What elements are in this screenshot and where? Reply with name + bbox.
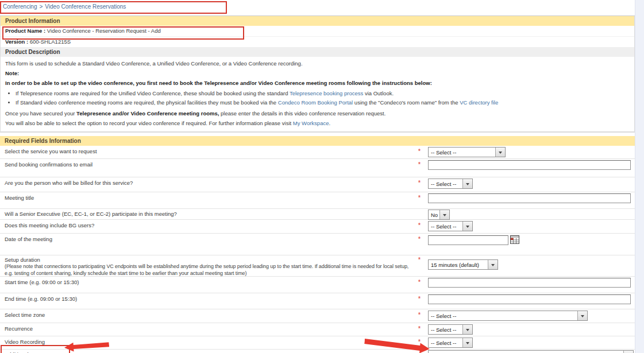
required-asterisk: * bbox=[418, 279, 421, 285]
chevron-down-icon bbox=[488, 260, 498, 269]
list-item-telepresence: If Telepresence rooms are required for t… bbox=[16, 89, 630, 98]
service-select[interactable]: -- Select -- bbox=[428, 147, 506, 157]
chevron-down-icon bbox=[462, 325, 472, 334]
senior-executive-select[interactable]: No bbox=[428, 210, 450, 220]
form-row-recurrence: Recurrence * -- Select -- bbox=[0, 323, 635, 336]
field-label: Select time zone bbox=[5, 312, 416, 318]
product-information-header: Product Information bbox=[1, 16, 634, 26]
required-asterisk: * bbox=[418, 325, 421, 332]
form-row-setup-duration: Setup duration (Please note that connect… bbox=[0, 255, 635, 277]
page-margin bbox=[635, 0, 644, 353]
required-asterisk: * bbox=[418, 161, 421, 168]
form-row-billed: Are you the person who will be billed fo… bbox=[0, 177, 635, 192]
form-row-start-time: Start time (e.g. 09:00 or 15:30) * bbox=[0, 277, 635, 293]
chevron-down-icon bbox=[462, 222, 472, 231]
field-label: Are you the person who will be billed fo… bbox=[5, 180, 416, 186]
telepresence-booking-process-link[interactable]: Telepresence booking process bbox=[290, 90, 363, 96]
field-label: Setup duration (Please note that connect… bbox=[5, 257, 416, 276]
required-asterisk: * bbox=[418, 296, 421, 302]
calendar-icon[interactable] bbox=[510, 235, 519, 245]
field-label: End time (e.g. 09:00 or 15:30) bbox=[5, 296, 416, 302]
required-asterisk: * bbox=[418, 222, 421, 228]
description-intro: This form is used to schedule a Standard… bbox=[5, 60, 630, 67]
required-fields-form: Select the service you want to request *… bbox=[0, 146, 635, 353]
page-content: Conferencing>Video Conference Reservatio… bbox=[0, 0, 635, 353]
chevron-down-icon bbox=[623, 351, 633, 353]
billed-select[interactable]: -- Select -- bbox=[428, 179, 473, 189]
form-row-time-zone: Select time zone * -- Select -- bbox=[0, 309, 635, 323]
version-value: 600-SHLA1215S bbox=[28, 38, 71, 45]
chevron-down-icon bbox=[577, 311, 587, 320]
field-label: Send booking confirmations to email bbox=[5, 161, 416, 168]
required-fields-header: Required Fields Information bbox=[0, 136, 635, 146]
version-label: Version : bbox=[5, 38, 28, 45]
required-asterisk: * bbox=[418, 236, 421, 242]
list-item-standard-vc: If Standard video conference meeting roo… bbox=[16, 98, 630, 107]
breadcrumb-link-conferencing[interactable]: Conferencing bbox=[3, 3, 37, 10]
required-asterisk: * bbox=[418, 257, 421, 263]
required-asterisk: * bbox=[418, 339, 421, 345]
time-zone-select[interactable]: -- Select -- bbox=[428, 311, 588, 321]
chevron-down-icon bbox=[439, 210, 449, 219]
vc-directory-file-link[interactable]: VC directory file bbox=[460, 99, 498, 106]
product-name-value: Video Conference - Reservation Request -… bbox=[45, 28, 161, 34]
breadcrumb: Conferencing>Video Conference Reservatio… bbox=[0, 0, 635, 15]
additional-support-select[interactable]: -- Select -- bbox=[428, 350, 634, 353]
field-label: Video Recording bbox=[5, 339, 416, 345]
field-label: Date of the meeting bbox=[5, 236, 416, 242]
field-label: Start time (e.g. 09:00 or 15:30) bbox=[5, 279, 416, 285]
field-label: Will a Senior Executive (EC, EC-1, or EC… bbox=[5, 211, 416, 217]
version-row: Version : 600-SHLA1215S bbox=[1, 37, 634, 48]
field-label: Does this meeting include BG users? bbox=[5, 222, 416, 228]
form-row-service: Select the service you want to request *… bbox=[0, 146, 635, 159]
chevron-down-icon bbox=[462, 338, 472, 347]
form-row-bg-users: Does this meeting include BG users? * --… bbox=[0, 220, 635, 234]
instruction-list: If Telepresence rooms are required for t… bbox=[16, 89, 630, 107]
field-label: Select the service you want to request bbox=[5, 148, 416, 154]
bg-users-select[interactable]: -- Select -- bbox=[428, 221, 473, 231]
product-name-label: Product Name : bbox=[5, 28, 45, 34]
note-label: Note: bbox=[5, 70, 630, 77]
field-label: Meeting title bbox=[5, 195, 416, 201]
start-time-input[interactable] bbox=[428, 278, 631, 288]
form-row-end-time: End time (e.g. 09:00 or 15:30) * bbox=[0, 293, 635, 309]
setup-duration-select[interactable]: 15 minutes (default) bbox=[428, 259, 498, 270]
product-description-header: Product Description bbox=[1, 48, 634, 57]
recurrence-select[interactable]: -- Select -- bbox=[428, 324, 473, 335]
product-name-row: Product Name : Video Conference - Reserv… bbox=[1, 26, 634, 37]
my-workspace-link[interactable]: My Workspace bbox=[293, 120, 329, 126]
form-row-senior-executive: Will a Senior Executive (EC, EC-1, or EC… bbox=[0, 209, 635, 220]
end-time-input[interactable] bbox=[428, 294, 631, 304]
required-asterisk: * bbox=[418, 312, 421, 318]
secured-rooms-text: Once you have secured your Telepresence … bbox=[5, 110, 630, 117]
required-asterisk: * bbox=[418, 148, 421, 154]
email-input[interactable] bbox=[428, 160, 631, 170]
date-input[interactable] bbox=[428, 235, 508, 245]
video-recording-select[interactable]: -- Select -- bbox=[428, 338, 473, 348]
field-label: Recurrence bbox=[5, 325, 416, 332]
form-row-additional-support: Additional support -- Select -- bbox=[0, 350, 635, 353]
form-row-email: Send booking confirmations to email * bbox=[0, 159, 635, 177]
required-asterisk: * bbox=[418, 195, 421, 201]
form-row-meeting-title: Meeting title * bbox=[0, 192, 635, 209]
form-row-video-recording: Video Recording * -- Select -- bbox=[0, 336, 635, 350]
form-row-date: Date of the meeting * bbox=[0, 234, 635, 255]
breadcrumb-link-video-conference-reservations[interactable]: Video Conference Reservations bbox=[45, 3, 126, 10]
chevron-down-icon bbox=[462, 179, 472, 188]
setup-duration-note: (Please note that connections to partici… bbox=[5, 263, 416, 276]
required-asterisk: * bbox=[418, 180, 421, 186]
chevron-down-icon bbox=[495, 148, 505, 157]
meeting-title-input[interactable] bbox=[428, 193, 631, 203]
condeco-room-booking-portal-link[interactable]: Condeco Room Booking Portal bbox=[278, 99, 353, 106]
booking-instruction: In order to be able to set up the video … bbox=[5, 80, 630, 87]
breadcrumb-separator: > bbox=[37, 3, 45, 10]
product-description-body: This form is used to schedule a Standard… bbox=[1, 57, 634, 132]
recording-info-text: You will also be able to select the opti… bbox=[5, 120, 630, 127]
product-info-section: Product Information Product Name : Video… bbox=[0, 16, 635, 133]
